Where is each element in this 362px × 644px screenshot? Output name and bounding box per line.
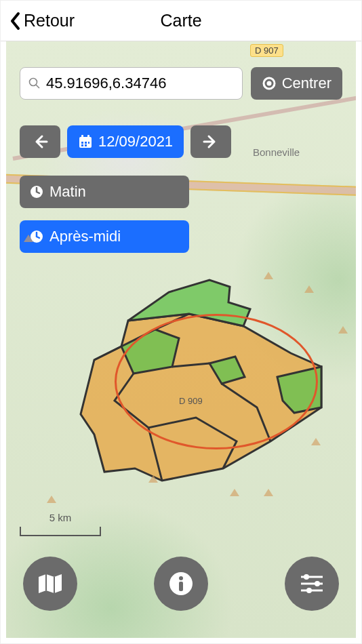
arrow-right-icon	[203, 134, 219, 150]
svg-rect-18	[179, 582, 183, 591]
date-label: 12/09/2021	[98, 133, 173, 150]
morning-row: Matin	[20, 176, 189, 208]
peak-icon	[264, 489, 273, 496]
svg-point-1	[30, 79, 37, 86]
city-label: Bonneville	[253, 146, 300, 158]
layers-fab[interactable]	[23, 557, 77, 611]
svg-point-24	[306, 588, 312, 593]
center-label: Centrer	[282, 75, 331, 92]
peak-icon	[148, 475, 158, 483]
sliders-icon	[298, 571, 325, 596]
svg-rect-12	[81, 144, 83, 146]
back-label: Retour	[24, 11, 75, 31]
svg-point-4	[266, 81, 271, 86]
peak-icon	[338, 326, 348, 334]
info-icon	[167, 570, 195, 597]
date-picker-button[interactable]: 12/09/2021	[67, 125, 184, 158]
calendar-icon	[78, 134, 93, 149]
svg-rect-13	[85, 144, 87, 146]
peak-icon	[264, 272, 273, 279]
road-label: D 907	[250, 44, 283, 57]
peak-icon	[47, 496, 56, 503]
chevron-left-icon	[9, 12, 21, 31]
page-title: Carte	[160, 11, 201, 31]
map-icon	[37, 571, 64, 596]
date-row: 12/09/2021	[20, 125, 231, 158]
svg-rect-11	[88, 142, 89, 144]
afternoon-label: Après-midi	[49, 228, 121, 245]
svg-rect-10	[85, 142, 87, 144]
header: Retour Carte	[1, 1, 361, 41]
scale-label: 5 km	[21, 512, 100, 523]
zones-overlay: D 909	[54, 265, 325, 489]
peak-icon	[311, 438, 321, 445]
next-date-button[interactable]	[190, 125, 231, 158]
focus-circle	[115, 314, 318, 449]
svg-point-17	[179, 576, 183, 580]
target-icon	[262, 76, 277, 91]
svg-line-2	[36, 85, 39, 88]
svg-point-22	[304, 574, 309, 580]
svg-rect-8	[87, 135, 89, 138]
morning-label: Matin	[49, 183, 86, 201]
arrow-left-icon	[32, 134, 48, 150]
morning-button[interactable]: Matin	[20, 176, 189, 208]
map-canvas[interactable]: D 907 Bonneville Foron D 909 Centrer	[6, 41, 356, 638]
settings-fab[interactable]	[285, 557, 339, 611]
back-button[interactable]: Retour	[9, 11, 75, 31]
scale-bar: 5 km	[20, 527, 101, 536]
svg-point-23	[315, 581, 320, 586]
prev-date-button[interactable]	[20, 125, 60, 158]
afternoon-button[interactable]: Après-midi	[20, 220, 189, 253]
peak-icon	[230, 489, 239, 496]
clock-icon	[29, 184, 44, 199]
peak-icon	[24, 235, 33, 242]
info-fab[interactable]	[154, 557, 208, 611]
search-input-wrapper[interactable]	[20, 67, 243, 100]
coords-input[interactable]	[46, 75, 234, 92]
search-row: Centrer	[20, 67, 342, 100]
search-icon	[28, 77, 41, 89]
svg-rect-9	[81, 142, 83, 144]
afternoon-row: Après-midi	[20, 220, 189, 253]
svg-rect-7	[81, 135, 83, 138]
peak-icon	[304, 285, 314, 293]
center-button[interactable]: Centrer	[251, 67, 342, 100]
